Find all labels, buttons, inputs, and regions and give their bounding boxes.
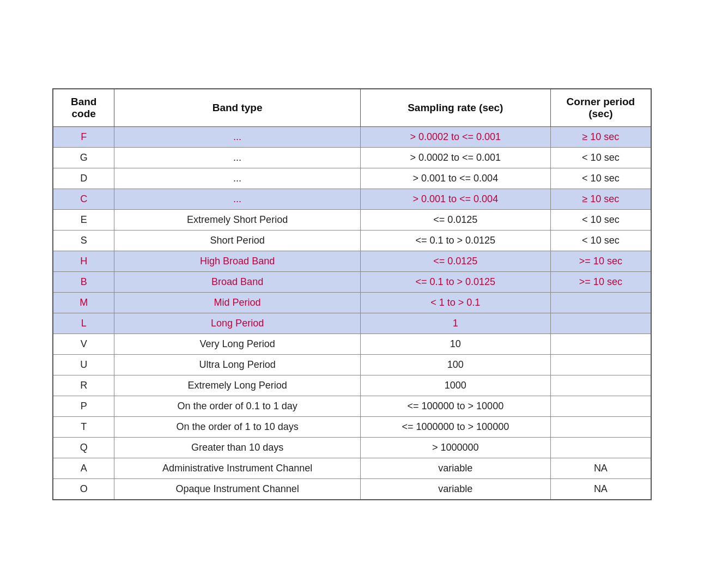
band-code-table: Band code Band type Sampling rate (sec) … [52,88,652,500]
cell-sampling-rate: < 1 to > 0.1 [360,292,550,313]
table-row: E Extremely Short Period <= 0.0125 < 10 … [53,209,651,230]
cell-band-code: O [53,478,114,500]
cell-band-type: High Broad Band [114,251,361,271]
table-row: U Ultra Long Period 100 [53,354,651,375]
cell-band-code: S [53,230,114,251]
cell-corner-period [550,334,651,354]
cell-band-type: Short Period [114,230,361,251]
cell-band-type: Administrative Instrument Channel [114,458,361,478]
cell-corner-period [550,396,651,416]
table-row: R Extremely Long Period 1000 [53,375,651,396]
cell-corner-period: NA [550,458,651,478]
cell-corner-period [550,292,651,313]
cell-sampling-rate: <= 0.0125 [360,209,550,230]
cell-band-code: C [53,189,114,209]
table-row: C ... > 0.001 to <= 0.004 ≥ 10 sec [53,189,651,209]
table-row: L Long Period 1 [53,313,651,334]
cell-band-code: B [53,271,114,292]
cell-corner-period [550,313,651,334]
cell-band-type: ... [114,168,361,189]
cell-band-code: G [53,147,114,168]
cell-corner-period: < 10 sec [550,147,651,168]
cell-corner-period: NA [550,478,651,500]
cell-band-code: Q [53,437,114,458]
table-row: S Short Period <= 0.1 to > 0.0125 < 10 s… [53,230,651,251]
cell-band-type: Greater than 10 days [114,437,361,458]
cell-band-type: On the order of 0.1 to 1 day [114,396,361,416]
cell-band-code: P [53,396,114,416]
cell-band-code: T [53,416,114,437]
table-row: P On the order of 0.1 to 1 day <= 100000… [53,396,651,416]
cell-sampling-rate: <= 0.1 to > 0.0125 [360,271,550,292]
cell-sampling-rate: variable [360,458,550,478]
cell-band-type: ... [114,147,361,168]
cell-band-type: Ultra Long Period [114,354,361,375]
cell-band-code: L [53,313,114,334]
cell-band-code: A [53,458,114,478]
cell-corner-period [550,437,651,458]
cell-corner-period: ≥ 10 sec [550,126,651,147]
table-row: O Opaque Instrument Channel variable NA [53,478,651,500]
cell-sampling-rate: 1 [360,313,550,334]
cell-corner-period [550,375,651,396]
cell-band-code: R [53,375,114,396]
cell-band-code: U [53,354,114,375]
cell-band-code: H [53,251,114,271]
cell-corner-period [550,416,651,437]
cell-corner-period: >= 10 sec [550,271,651,292]
cell-sampling-rate: 1000 [360,375,550,396]
table-row: F ... > 0.0002 to <= 0.001 ≥ 10 sec [53,126,651,147]
table-row: M Mid Period < 1 to > 0.1 [53,292,651,313]
cell-sampling-rate: > 0.001 to <= 0.004 [360,168,550,189]
cell-sampling-rate: > 0.0002 to <= 0.001 [360,126,550,147]
table-row: A Administrative Instrument Channel vari… [53,458,651,478]
table-row: Q Greater than 10 days > 1000000 [53,437,651,458]
cell-band-type: Extremely Short Period [114,209,361,230]
cell-sampling-rate: <= 0.0125 [360,251,550,271]
cell-corner-period: >= 10 sec [550,251,651,271]
header-band-type: Band type [114,89,361,127]
cell-band-type: Mid Period [114,292,361,313]
cell-sampling-rate: 100 [360,354,550,375]
cell-sampling-rate: > 1000000 [360,437,550,458]
cell-corner-period [550,354,651,375]
table-row: G ... > 0.0002 to <= 0.001 < 10 sec [53,147,651,168]
cell-corner-period: < 10 sec [550,230,651,251]
header-corner-period: Corner period (sec) [550,89,651,127]
cell-band-type: Extremely Long Period [114,375,361,396]
cell-band-code: D [53,168,114,189]
cell-band-type: Very Long Period [114,334,361,354]
cell-sampling-rate: > 0.0002 to <= 0.001 [360,147,550,168]
cell-corner-period: ≥ 10 sec [550,189,651,209]
cell-band-type: ... [114,126,361,147]
table-row: V Very Long Period 10 [53,334,651,354]
cell-corner-period: < 10 sec [550,209,651,230]
cell-band-type: Opaque Instrument Channel [114,478,361,500]
cell-sampling-rate: 10 [360,334,550,354]
cell-band-code: M [53,292,114,313]
cell-corner-period: < 10 sec [550,168,651,189]
cell-sampling-rate: <= 0.1 to > 0.0125 [360,230,550,251]
table-row: T On the order of 1 to 10 days <= 100000… [53,416,651,437]
cell-band-code: F [53,126,114,147]
cell-sampling-rate: > 0.001 to <= 0.004 [360,189,550,209]
cell-band-type: ... [114,189,361,209]
cell-band-type: Broad Band [114,271,361,292]
cell-sampling-rate: variable [360,478,550,500]
cell-sampling-rate: <= 100000 to > 10000 [360,396,550,416]
cell-band-type: On the order of 1 to 10 days [114,416,361,437]
cell-band-type: Long Period [114,313,361,334]
cell-band-code: E [53,209,114,230]
cell-band-code: V [53,334,114,354]
header-sampling-rate: Sampling rate (sec) [360,89,550,127]
cell-sampling-rate: <= 1000000 to > 100000 [360,416,550,437]
table-row: H High Broad Band <= 0.0125 >= 10 sec [53,251,651,271]
table-row: D ... > 0.001 to <= 0.004 < 10 sec [53,168,651,189]
header-band-code: Band code [53,89,114,127]
table-row: B Broad Band <= 0.1 to > 0.0125 >= 10 se… [53,271,651,292]
